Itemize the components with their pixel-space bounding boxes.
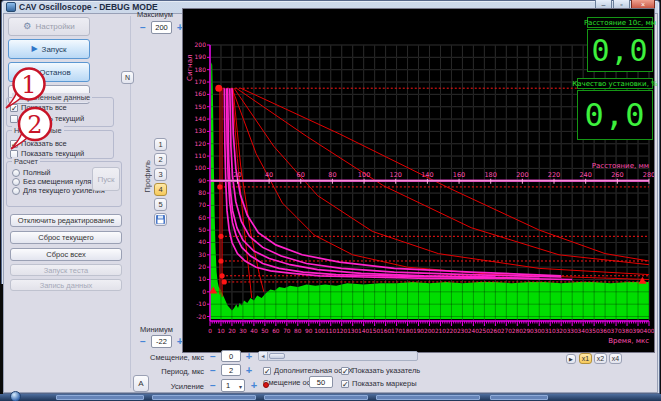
signal-chart[interactable]: 20406080100120140160180200220240260280Ра…	[183, 9, 654, 352]
svg-text:100: 100	[358, 171, 370, 179]
chart-scroll-button[interactable]: ▶	[566, 354, 576, 364]
offset-label: Смещение, мкс	[146, 353, 204, 362]
profile-button-3[interactable]: 3	[154, 168, 167, 181]
checkbox-box: ✓	[263, 367, 271, 375]
offset-scrollbar[interactable]: ◄	[258, 351, 418, 361]
maximum-input[interactable]: 200	[151, 21, 172, 34]
minus-icon[interactable]: −	[207, 351, 219, 362]
scrollbar-thumb[interactable]	[269, 353, 285, 359]
show-pointer-checkbox[interactable]: ✓ Показать указатель	[341, 366, 420, 375]
taskbar-item[interactable]	[490, 395, 548, 400]
profile-button-4[interactable]: 4	[154, 183, 167, 196]
svg-text:190: 190	[195, 53, 207, 60]
svg-text:20: 20	[228, 328, 236, 334]
extra-x-axis-checkbox[interactable]: ✓ Дополнительная ось X	[263, 366, 353, 375]
run-button-label: Запуск	[42, 45, 67, 54]
save-profile-button[interactable]	[154, 213, 167, 226]
annotation-2: 2	[8, 106, 56, 152]
annotation-number: 1	[21, 71, 36, 99]
svg-text:120: 120	[390, 171, 402, 179]
svg-text:70: 70	[198, 201, 206, 208]
record-dot-icon	[263, 382, 269, 388]
svg-text:300: 300	[534, 328, 545, 334]
svg-text:230: 230	[457, 328, 468, 334]
svg-text:310: 310	[545, 328, 556, 334]
radio-full[interactable]: Полный	[12, 168, 51, 177]
a-button[interactable]: A	[133, 375, 149, 392]
scroll-left-icon[interactable]: ◄	[259, 352, 268, 360]
svg-text:280: 280	[512, 328, 523, 334]
settings-button[interactable]: ⚙ Настройки	[8, 17, 90, 36]
svg-text:250: 250	[479, 328, 490, 334]
svg-text:370: 370	[611, 328, 622, 334]
gain-combo[interactable]: 1 ▾	[221, 379, 245, 392]
disable-editing-button[interactable]: Отключить редактирование	[10, 214, 122, 227]
magenta-curves	[224, 88, 572, 279]
maximum-label: Максимум	[137, 10, 173, 19]
profile-label: Профиль	[143, 160, 152, 192]
gain-label: Усиление	[153, 382, 204, 391]
axis-offset-field[interactable]: 50	[309, 376, 333, 388]
svg-text:350: 350	[589, 328, 600, 334]
profile-button-5[interactable]: 5	[154, 198, 167, 211]
svg-text:40: 40	[198, 238, 206, 245]
profile-button-1[interactable]: 1	[154, 138, 167, 151]
reset-current-button[interactable]: Сброс текущего	[10, 231, 122, 244]
quality-display-label: Качество установки, %	[577, 78, 653, 89]
annotation-number: 2	[27, 111, 42, 139]
reset-all-button[interactable]: Сброс всех	[10, 248, 122, 261]
checkbox-box: ✓	[341, 367, 349, 375]
calculation-group-title: Расчет	[12, 157, 40, 166]
profile-button-2[interactable]: 2	[154, 153, 167, 166]
taskbar-item[interactable]	[152, 395, 256, 400]
svg-text:360: 360	[600, 328, 611, 334]
svg-text:100: 100	[314, 328, 325, 334]
svg-text:140: 140	[421, 171, 433, 179]
svg-text:380: 380	[622, 328, 633, 334]
x-axis: 0102030405060708090100110120130140150160…	[208, 321, 654, 345]
taskbar-item[interactable]	[264, 395, 368, 400]
n-button[interactable]: N	[121, 71, 134, 84]
taskbar-item[interactable]	[56, 395, 144, 400]
zoom-x4-button[interactable]: x4	[609, 353, 622, 364]
svg-text:50: 50	[261, 328, 269, 334]
svg-text:200: 200	[195, 41, 207, 48]
svg-text:10: 10	[198, 275, 206, 282]
y-axis: 2001901801701601501401301201101009080706…	[186, 41, 210, 321]
zoom-x2-button[interactable]: x2	[594, 353, 607, 364]
svg-text:390: 390	[632, 328, 643, 334]
show-markers-checkbox[interactable]: ✓ Показать маркеры	[341, 379, 417, 388]
offset-input[interactable]: 0	[221, 350, 241, 362]
quality-display-value: 0,0	[577, 90, 653, 140]
radio-current-gain[interactable]: Для текущего усиления	[12, 186, 105, 195]
run-test-button[interactable]: Запуск теста	[10, 264, 122, 276]
svg-text:240: 240	[579, 171, 591, 179]
minimum-input[interactable]: -22	[151, 335, 172, 348]
distance-display-label: Расстояние 10с, мм	[587, 17, 653, 28]
record-data-button[interactable]: Запись данных	[10, 279, 122, 291]
minus-icon[interactable]: −	[207, 365, 219, 376]
taskbar-item[interactable]	[376, 395, 480, 400]
svg-text:30: 30	[198, 251, 206, 258]
calc-start-button[interactable]: Пуск	[92, 167, 120, 191]
radio-icon	[12, 178, 20, 186]
checkbox-label: Показать указатель	[352, 366, 420, 375]
plus-icon[interactable]: +	[243, 364, 255, 376]
svg-text:100: 100	[195, 164, 207, 171]
plus-icon[interactable]: +	[248, 379, 260, 391]
gain-value: 1	[226, 381, 230, 390]
svg-text:200: 200	[424, 328, 435, 334]
svg-text:20: 20	[233, 171, 241, 179]
radio-no-zero-offset[interactable]: Без смещения нуля	[12, 177, 91, 186]
plus-icon[interactable]: +	[243, 350, 255, 362]
start-orb-icon[interactable]	[10, 391, 21, 401]
minus-icon[interactable]: −	[137, 22, 149, 33]
period-input[interactable]: 2	[221, 364, 241, 376]
minus-icon[interactable]: −	[137, 336, 149, 347]
zoom-x1-button[interactable]: x1	[579, 353, 592, 364]
radio-icon	[12, 169, 20, 177]
taskbar[interactable]	[0, 394, 661, 401]
run-button[interactable]: ▶ Запуск	[8, 39, 90, 59]
minus-icon[interactable]: −	[207, 380, 219, 391]
radio-icon	[12, 187, 20, 195]
